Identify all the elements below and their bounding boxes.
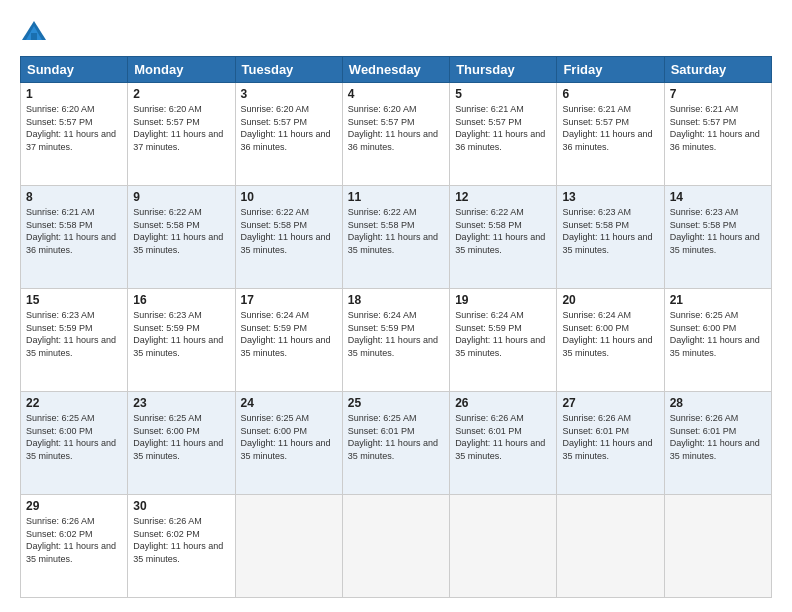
calendar-day-cell bbox=[235, 495, 342, 598]
day-number: 11 bbox=[348, 190, 444, 204]
day-info: Sunrise: 6:21 AMSunset: 5:57 PMDaylight:… bbox=[455, 104, 545, 152]
calendar-day-cell: 5 Sunrise: 6:21 AMSunset: 5:57 PMDayligh… bbox=[450, 83, 557, 186]
calendar-day-cell bbox=[342, 495, 449, 598]
calendar-day-cell: 2 Sunrise: 6:20 AMSunset: 5:57 PMDayligh… bbox=[128, 83, 235, 186]
calendar-week-row: 1 Sunrise: 6:20 AMSunset: 5:57 PMDayligh… bbox=[21, 83, 772, 186]
calendar-day-cell: 19 Sunrise: 6:24 AMSunset: 5:59 PMDaylig… bbox=[450, 289, 557, 392]
day-info: Sunrise: 6:21 AMSunset: 5:58 PMDaylight:… bbox=[26, 207, 116, 255]
day-number: 27 bbox=[562, 396, 658, 410]
day-info: Sunrise: 6:25 AMSunset: 6:00 PMDaylight:… bbox=[133, 413, 223, 461]
calendar-day-cell: 23 Sunrise: 6:25 AMSunset: 6:00 PMDaylig… bbox=[128, 392, 235, 495]
day-number: 17 bbox=[241, 293, 337, 307]
day-number: 28 bbox=[670, 396, 766, 410]
calendar-day-cell: 6 Sunrise: 6:21 AMSunset: 5:57 PMDayligh… bbox=[557, 83, 664, 186]
day-number: 15 bbox=[26, 293, 122, 307]
day-number: 24 bbox=[241, 396, 337, 410]
calendar-day-cell: 13 Sunrise: 6:23 AMSunset: 5:58 PMDaylig… bbox=[557, 186, 664, 289]
day-number: 10 bbox=[241, 190, 337, 204]
day-info: Sunrise: 6:24 AMSunset: 5:59 PMDaylight:… bbox=[455, 310, 545, 358]
day-info: Sunrise: 6:21 AMSunset: 5:57 PMDaylight:… bbox=[562, 104, 652, 152]
header-sunday: Sunday bbox=[21, 57, 128, 83]
calendar-day-cell: 15 Sunrise: 6:23 AMSunset: 5:59 PMDaylig… bbox=[21, 289, 128, 392]
header-monday: Monday bbox=[128, 57, 235, 83]
day-info: Sunrise: 6:20 AMSunset: 5:57 PMDaylight:… bbox=[348, 104, 438, 152]
calendar-day-cell: 9 Sunrise: 6:22 AMSunset: 5:58 PMDayligh… bbox=[128, 186, 235, 289]
header-thursday: Thursday bbox=[450, 57, 557, 83]
calendar-header-row: Sunday Monday Tuesday Wednesday Thursday… bbox=[21, 57, 772, 83]
header bbox=[20, 18, 772, 46]
calendar-day-cell: 10 Sunrise: 6:22 AMSunset: 5:58 PMDaylig… bbox=[235, 186, 342, 289]
calendar-week-row: 22 Sunrise: 6:25 AMSunset: 6:00 PMDaylig… bbox=[21, 392, 772, 495]
day-number: 21 bbox=[670, 293, 766, 307]
logo bbox=[20, 18, 52, 46]
day-number: 6 bbox=[562, 87, 658, 101]
calendar-day-cell bbox=[450, 495, 557, 598]
calendar-day-cell: 26 Sunrise: 6:26 AMSunset: 6:01 PMDaylig… bbox=[450, 392, 557, 495]
day-info: Sunrise: 6:20 AMSunset: 5:57 PMDaylight:… bbox=[133, 104, 223, 152]
calendar-day-cell: 30 Sunrise: 6:26 AMSunset: 6:02 PMDaylig… bbox=[128, 495, 235, 598]
calendar-day-cell: 29 Sunrise: 6:26 AMSunset: 6:02 PMDaylig… bbox=[21, 495, 128, 598]
day-info: Sunrise: 6:25 AMSunset: 6:01 PMDaylight:… bbox=[348, 413, 438, 461]
calendar-day-cell: 24 Sunrise: 6:25 AMSunset: 6:00 PMDaylig… bbox=[235, 392, 342, 495]
calendar-day-cell bbox=[664, 495, 771, 598]
day-info: Sunrise: 6:20 AMSunset: 5:57 PMDaylight:… bbox=[241, 104, 331, 152]
day-number: 5 bbox=[455, 87, 551, 101]
calendar-week-row: 15 Sunrise: 6:23 AMSunset: 5:59 PMDaylig… bbox=[21, 289, 772, 392]
page: Sunday Monday Tuesday Wednesday Thursday… bbox=[0, 0, 792, 612]
calendar-day-cell: 20 Sunrise: 6:24 AMSunset: 6:00 PMDaylig… bbox=[557, 289, 664, 392]
calendar-day-cell: 7 Sunrise: 6:21 AMSunset: 5:57 PMDayligh… bbox=[664, 83, 771, 186]
day-number: 9 bbox=[133, 190, 229, 204]
day-number: 3 bbox=[241, 87, 337, 101]
day-info: Sunrise: 6:21 AMSunset: 5:57 PMDaylight:… bbox=[670, 104, 760, 152]
day-info: Sunrise: 6:22 AMSunset: 5:58 PMDaylight:… bbox=[348, 207, 438, 255]
day-number: 20 bbox=[562, 293, 658, 307]
calendar-day-cell: 18 Sunrise: 6:24 AMSunset: 5:59 PMDaylig… bbox=[342, 289, 449, 392]
day-number: 8 bbox=[26, 190, 122, 204]
calendar-day-cell: 22 Sunrise: 6:25 AMSunset: 6:00 PMDaylig… bbox=[21, 392, 128, 495]
day-number: 12 bbox=[455, 190, 551, 204]
day-info: Sunrise: 6:24 AMSunset: 5:59 PMDaylight:… bbox=[348, 310, 438, 358]
calendar-day-cell: 27 Sunrise: 6:26 AMSunset: 6:01 PMDaylig… bbox=[557, 392, 664, 495]
day-info: Sunrise: 6:22 AMSunset: 5:58 PMDaylight:… bbox=[133, 207, 223, 255]
day-info: Sunrise: 6:20 AMSunset: 5:57 PMDaylight:… bbox=[26, 104, 116, 152]
day-number: 22 bbox=[26, 396, 122, 410]
day-info: Sunrise: 6:25 AMSunset: 6:00 PMDaylight:… bbox=[241, 413, 331, 461]
calendar-day-cell: 12 Sunrise: 6:22 AMSunset: 5:58 PMDaylig… bbox=[450, 186, 557, 289]
day-info: Sunrise: 6:26 AMSunset: 6:02 PMDaylight:… bbox=[133, 516, 223, 564]
header-wednesday: Wednesday bbox=[342, 57, 449, 83]
calendar-day-cell bbox=[557, 495, 664, 598]
header-saturday: Saturday bbox=[664, 57, 771, 83]
calendar-table: Sunday Monday Tuesday Wednesday Thursday… bbox=[20, 56, 772, 598]
day-number: 4 bbox=[348, 87, 444, 101]
calendar-day-cell: 25 Sunrise: 6:25 AMSunset: 6:01 PMDaylig… bbox=[342, 392, 449, 495]
calendar-day-cell: 1 Sunrise: 6:20 AMSunset: 5:57 PMDayligh… bbox=[21, 83, 128, 186]
day-info: Sunrise: 6:24 AMSunset: 6:00 PMDaylight:… bbox=[562, 310, 652, 358]
calendar-day-cell: 8 Sunrise: 6:21 AMSunset: 5:58 PMDayligh… bbox=[21, 186, 128, 289]
calendar-day-cell: 16 Sunrise: 6:23 AMSunset: 5:59 PMDaylig… bbox=[128, 289, 235, 392]
day-info: Sunrise: 6:26 AMSunset: 6:01 PMDaylight:… bbox=[562, 413, 652, 461]
day-number: 13 bbox=[562, 190, 658, 204]
day-number: 7 bbox=[670, 87, 766, 101]
calendar-day-cell: 3 Sunrise: 6:20 AMSunset: 5:57 PMDayligh… bbox=[235, 83, 342, 186]
day-info: Sunrise: 6:22 AMSunset: 5:58 PMDaylight:… bbox=[455, 207, 545, 255]
day-number: 23 bbox=[133, 396, 229, 410]
day-number: 30 bbox=[133, 499, 229, 513]
header-tuesday: Tuesday bbox=[235, 57, 342, 83]
day-number: 14 bbox=[670, 190, 766, 204]
calendar-day-cell: 14 Sunrise: 6:23 AMSunset: 5:58 PMDaylig… bbox=[664, 186, 771, 289]
svg-rect-2 bbox=[31, 33, 37, 40]
calendar-week-row: 29 Sunrise: 6:26 AMSunset: 6:02 PMDaylig… bbox=[21, 495, 772, 598]
day-number: 19 bbox=[455, 293, 551, 307]
calendar-day-cell: 4 Sunrise: 6:20 AMSunset: 5:57 PMDayligh… bbox=[342, 83, 449, 186]
calendar-day-cell: 11 Sunrise: 6:22 AMSunset: 5:58 PMDaylig… bbox=[342, 186, 449, 289]
day-number: 1 bbox=[26, 87, 122, 101]
day-number: 2 bbox=[133, 87, 229, 101]
day-info: Sunrise: 6:25 AMSunset: 6:00 PMDaylight:… bbox=[26, 413, 116, 461]
day-info: Sunrise: 6:26 AMSunset: 6:02 PMDaylight:… bbox=[26, 516, 116, 564]
day-number: 16 bbox=[133, 293, 229, 307]
logo-icon bbox=[20, 18, 48, 46]
day-number: 18 bbox=[348, 293, 444, 307]
day-info: Sunrise: 6:26 AMSunset: 6:01 PMDaylight:… bbox=[455, 413, 545, 461]
day-info: Sunrise: 6:26 AMSunset: 6:01 PMDaylight:… bbox=[670, 413, 760, 461]
day-info: Sunrise: 6:24 AMSunset: 5:59 PMDaylight:… bbox=[241, 310, 331, 358]
